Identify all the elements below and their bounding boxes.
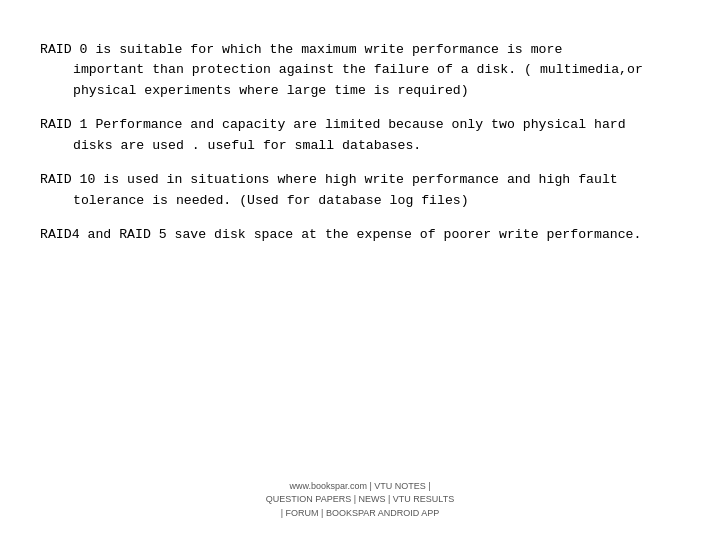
footer-line1: www.bookspar.com | VTU NOTES | bbox=[266, 480, 454, 494]
raid10-paragraph: RAID 10 is used in situations where high… bbox=[40, 170, 680, 211]
page-container: RAID 0 is suitable for which the maximum… bbox=[0, 0, 720, 540]
raid10-line2: tolerance is needed. (Used for database … bbox=[40, 191, 680, 211]
content-area: RAID 0 is suitable for which the maximum… bbox=[40, 40, 680, 246]
raid45-paragraph: RAID4 and RAID 5 save disk space at the … bbox=[40, 225, 680, 245]
footer-line3: | FORUM | BOOKSPAR ANDROID APP bbox=[266, 507, 454, 521]
raid0-line2: important than protection against the fa… bbox=[40, 60, 680, 80]
raid0-line3: physical experiments where large time is… bbox=[40, 81, 680, 101]
raid0-line1: RAID 0 is suitable for which the maximum… bbox=[40, 40, 680, 60]
raid1-line2: disks are used . useful for small databa… bbox=[40, 136, 680, 156]
raid10-line1: RAID 10 is used in situations where high… bbox=[40, 170, 680, 190]
footer: www.bookspar.com | VTU NOTES | QUESTION … bbox=[266, 480, 454, 521]
raid45-line1: RAID4 and RAID 5 save disk space at the … bbox=[40, 225, 680, 245]
raid1-paragraph: RAID 1 Performance and capacity are limi… bbox=[40, 115, 680, 156]
footer-line2: QUESTION PAPERS | NEWS | VTU RESULTS bbox=[266, 493, 454, 507]
raid1-line1: RAID 1 Performance and capacity are limi… bbox=[40, 115, 680, 135]
raid0-paragraph: RAID 0 is suitable for which the maximum… bbox=[40, 40, 680, 101]
